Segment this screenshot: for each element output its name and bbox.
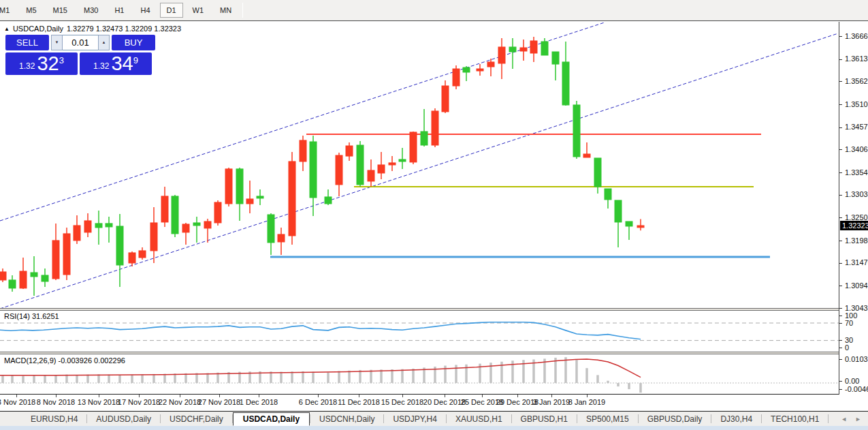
timeframe-button-d1[interactable]: D1 xyxy=(160,3,183,18)
timeframe-buttons: M1M5M15M30H1H4D1W1MN xyxy=(0,0,240,20)
candle xyxy=(399,148,406,169)
price-label: 1.33540 xyxy=(845,168,868,176)
tab-scroll-right-icon[interactable]: ► xyxy=(855,416,861,423)
rsi-panel xyxy=(0,322,839,341)
date-tick xyxy=(551,395,552,397)
buy-price-big: 34 xyxy=(111,54,133,74)
chart-tab-audusd[interactable]: AUDUSD,Daily xyxy=(87,413,160,425)
candle xyxy=(246,181,253,213)
price-axis: 1.366601.361351.356251.351001.345751.340… xyxy=(839,22,868,395)
candle xyxy=(463,66,470,81)
candle xyxy=(84,213,91,237)
sell-price-sup: 3 xyxy=(59,56,64,65)
price-label-tick xyxy=(839,127,842,128)
price-label-tick xyxy=(839,217,842,218)
sell-price-big: 32 xyxy=(37,54,59,74)
candle xyxy=(95,211,102,245)
panel-splitter-macd[interactable] xyxy=(0,352,868,354)
candle xyxy=(20,258,27,289)
chart-tab-gbpusd[interactable]: GBPUSD,H1 xyxy=(512,413,577,425)
chart-canvas[interactable] xyxy=(0,22,839,395)
candle xyxy=(289,152,295,245)
date-tick xyxy=(318,395,319,397)
candle xyxy=(150,207,157,263)
chart-tab-gbpusd[interactable]: GBPUSD,Daily xyxy=(639,413,711,425)
toolbar-separator xyxy=(242,3,243,18)
chart-tab-xauusd[interactable]: XAUUSD,H1 xyxy=(447,413,511,425)
chart-tab-usdcad[interactable]: USDCAD,Daily xyxy=(233,412,310,426)
price-label: 1.36135 xyxy=(845,55,868,63)
date-tick xyxy=(587,395,588,397)
timeframe-button-m30[interactable]: M30 xyxy=(77,3,105,18)
timeframe-button-h1[interactable]: H1 xyxy=(108,3,131,18)
rsi-scale-label: 0 xyxy=(845,343,849,352)
timeframe-button-m1[interactable]: M1 xyxy=(0,3,16,18)
date-tick xyxy=(517,395,518,397)
candle xyxy=(257,189,263,205)
sell-price-quote[interactable]: 1.32 32 3 xyxy=(5,52,78,75)
rsi-scale-label-tick xyxy=(839,316,842,316)
timeframe-toolbar: M1M5M15M30H1H4D1W1MN xyxy=(0,0,868,20)
panel-splitter-rsi[interactable] xyxy=(0,308,868,311)
macd-scale-label: 0.00 xyxy=(845,377,859,385)
candle xyxy=(357,141,364,187)
timeframe-button-mn[interactable]: MN xyxy=(213,3,238,18)
chart-tab-tech100[interactable]: TECH100,H1 xyxy=(762,413,828,425)
timeframe-button-m5[interactable]: M5 xyxy=(19,3,43,18)
chart-tab-usdchf[interactable]: USDCHF,Daily xyxy=(161,413,232,425)
chart-tab-usdcnh[interactable]: USDCNH,Daily xyxy=(310,413,383,425)
price-label-tick xyxy=(839,263,842,264)
candle xyxy=(453,65,460,89)
candle xyxy=(626,221,632,240)
candle xyxy=(129,251,135,266)
price-label: 1.35100 xyxy=(845,100,868,108)
chart-window: 1.366601.361351.356251.351001.345751.340… xyxy=(0,20,868,411)
candle xyxy=(236,168,243,221)
chart-tab-usdjpy[interactable]: USDJPY,H4 xyxy=(384,413,445,425)
price-label: 1.31980 xyxy=(845,236,868,245)
macd-scale-label-tick xyxy=(839,359,842,360)
date-tick xyxy=(219,395,220,397)
date-tick xyxy=(445,395,445,397)
buy-price-quote[interactable]: 1.32 34 9 xyxy=(80,52,152,75)
buy-price-prefix: 1.32 xyxy=(93,59,109,74)
candle xyxy=(225,168,232,206)
sell-price-prefix: 1.32 xyxy=(19,59,35,74)
candle xyxy=(63,228,70,280)
candle xyxy=(552,52,559,80)
buy-button[interactable]: BUY xyxy=(112,35,155,50)
price-label-tick xyxy=(839,36,842,37)
timeframe-button-m15[interactable]: M15 xyxy=(46,3,74,18)
candle xyxy=(487,59,494,76)
current-price-badge: 1.32323 xyxy=(840,221,868,230)
price-label: 1.30945 xyxy=(845,281,868,290)
chart-tab-bar: EURUSD,H4AUDUSD,DailyUSDCHF,DailyUSDCAD,… xyxy=(0,411,868,426)
date-axis: 3 Nov 20188 Nov 201813 Nov 201817 Nov 20… xyxy=(0,395,868,411)
volume-up-button[interactable]: ▲ xyxy=(98,35,110,50)
candle xyxy=(9,275,16,292)
macd-panel xyxy=(0,357,839,393)
timeframe-button-h4[interactable]: H4 xyxy=(133,3,157,18)
volume-input[interactable]: 0.01 xyxy=(63,35,98,50)
timeframe-button-w1[interactable]: W1 xyxy=(186,3,211,18)
candle xyxy=(300,136,306,171)
tab-scroll-left-icon[interactable]: ◄ xyxy=(841,416,847,423)
date-tick xyxy=(180,395,180,397)
candle xyxy=(615,200,622,247)
price-label-tick xyxy=(839,195,842,196)
chart-tab-sp500[interactable]: SP500,M15 xyxy=(577,413,638,425)
candle xyxy=(116,214,123,287)
chart-tab-dj30[interactable]: DJ30,H4 xyxy=(711,413,761,425)
candle xyxy=(573,101,580,159)
candle xyxy=(31,256,37,296)
date-tick xyxy=(16,395,17,397)
collapse-triangle-icon[interactable]: ▲ xyxy=(4,26,10,32)
rsi-scale-label-tick xyxy=(839,348,842,348)
macd-scale-label: -0.004608 xyxy=(845,385,868,393)
trading-platform-window: M1M5M15M30H1H4D1W1MN 1.366601.361351.356… xyxy=(0,0,868,430)
sell-button[interactable]: SELL xyxy=(5,35,49,50)
one-click-trade-panel: SELL ▼ 0.01 ▲ BUY 1.32 32 3 1.32 34 9 xyxy=(5,35,157,75)
volume-down-button[interactable]: ▼ xyxy=(51,35,63,50)
chart-tab-eurusd[interactable]: EURUSD,H4 xyxy=(22,413,86,425)
candle xyxy=(193,217,200,243)
